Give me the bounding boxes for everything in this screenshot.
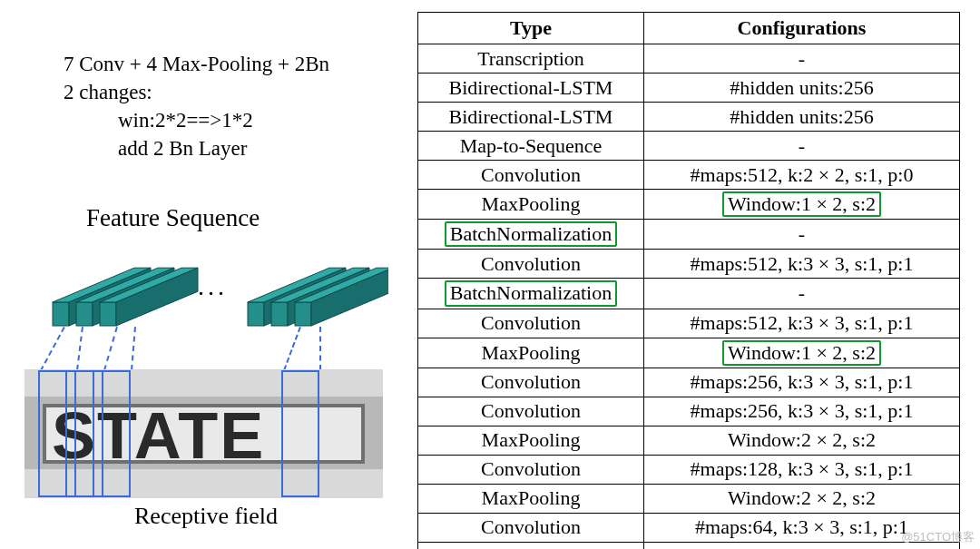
cell-type: Convolution bbox=[418, 368, 644, 397]
cell-type: Convolution bbox=[418, 455, 644, 484]
cell-type: Map-to-Sequence bbox=[418, 132, 644, 161]
table-row: Transcription- bbox=[418, 44, 960, 74]
cell-type: MaxPooling bbox=[418, 190, 644, 220]
table-row: Convolution#maps:64, k:3 × 3, s:1, p:1 bbox=[418, 513, 960, 542]
cell-config: Window:1 × 2, s:2 bbox=[644, 190, 960, 220]
architecture-table: Type Configurations Transcription-Bidire… bbox=[417, 12, 960, 549]
cell-type: Convolution bbox=[418, 309, 644, 338]
notes-line3: win:2*2==>1*2 bbox=[118, 106, 329, 134]
cell-config: #maps:256, k:3 × 3, s:1, p:1 bbox=[644, 368, 960, 397]
table-row: BatchNormalization- bbox=[418, 220, 960, 250]
cell-type: BatchNormalization bbox=[418, 220, 644, 250]
svg-rect-0 bbox=[53, 302, 69, 326]
cell-config: Window:2 × 2, s:2 bbox=[644, 484, 960, 513]
table-header-type: Type bbox=[418, 13, 644, 44]
notes-block: 7 Conv + 4 Max-Pooling + 2Bn 2 changes: … bbox=[64, 50, 329, 162]
ellipsis: ... bbox=[198, 272, 228, 301]
table-row: MaxPoolingWindow:1 × 2, s:2 bbox=[418, 190, 960, 220]
svg-rect-15 bbox=[295, 302, 311, 326]
notes-line4: add 2 Bn Layer bbox=[118, 134, 329, 162]
receptive-box-3 bbox=[93, 370, 131, 497]
cell-config: #maps:512, k:3 × 3, s:1, p:1 bbox=[644, 250, 960, 279]
table-row: MaxPoolingWindow:2 × 2, s:2 bbox=[418, 484, 960, 513]
table-row: Convolution#maps:256, k:3 × 3, s:1, p:1 bbox=[418, 368, 960, 397]
table-row: InputW × 32 gray-scale image bbox=[418, 542, 960, 549]
table-row: BatchNormalization- bbox=[418, 279, 960, 309]
receptive-field-label: Receptive field bbox=[134, 503, 278, 530]
cell-config: - bbox=[644, 132, 960, 161]
table-row: Bidirectional-LSTM#hidden units:256 bbox=[418, 74, 960, 103]
svg-rect-3 bbox=[76, 302, 93, 326]
svg-rect-6 bbox=[100, 302, 116, 326]
cell-type: Convolution bbox=[418, 161, 644, 190]
cell-type: BatchNormalization bbox=[418, 279, 644, 309]
left-column: 7 Conv + 4 Max-Pooling + 2Bn 2 changes: … bbox=[0, 0, 417, 549]
cell-config: #maps:256, k:3 × 3, s:1, p:1 bbox=[644, 397, 960, 426]
cell-type: Bidirectional-LSTM bbox=[418, 103, 644, 132]
table-row: Bidirectional-LSTM#hidden units:256 bbox=[418, 103, 960, 132]
svg-rect-9 bbox=[248, 302, 264, 326]
table-row: Convolution#maps:128, k:3 × 3, s:1, p:1 bbox=[418, 455, 960, 484]
cell-type: Bidirectional-LSTM bbox=[418, 74, 644, 103]
cell-type: Transcription bbox=[418, 44, 644, 74]
cell-config: #hidden units:256 bbox=[644, 74, 960, 103]
cell-config: - bbox=[644, 44, 960, 74]
cell-config: #hidden units:256 bbox=[644, 103, 960, 132]
table-row: Convolution#maps:512, k:3 × 3, s:1, p:1 bbox=[418, 309, 960, 338]
cell-type: Input bbox=[418, 542, 644, 549]
cell-type: Convolution bbox=[418, 397, 644, 426]
receptive-box-4 bbox=[281, 370, 319, 497]
table-row: Convolution#maps:512, k:3 × 3, s:1, p:1 bbox=[418, 250, 960, 279]
cell-config: Window:1 × 2, s:2 bbox=[644, 338, 960, 368]
cell-type: MaxPooling bbox=[418, 484, 644, 513]
cell-type: Convolution bbox=[418, 513, 644, 542]
cell-config: Window:2 × 2, s:2 bbox=[644, 426, 960, 455]
cell-config: #maps:512, k:3 × 3, s:1, p:1 bbox=[644, 309, 960, 338]
feature-sequence-title: Feature Sequence bbox=[86, 204, 260, 232]
cell-config: - bbox=[644, 279, 960, 309]
table-row: Convolution#maps:512, k:2 × 2, s:1, p:0 bbox=[418, 161, 960, 190]
cell-config: - bbox=[644, 220, 960, 250]
table-row: Convolution#maps:256, k:3 × 3, s:1, p:1 bbox=[418, 397, 960, 426]
cell-config: #maps:512, k:2 × 2, s:1, p:0 bbox=[644, 161, 960, 190]
notes-line2: 2 changes: bbox=[64, 78, 329, 106]
svg-rect-12 bbox=[271, 302, 288, 326]
table-header-config: Configurations bbox=[644, 13, 960, 44]
cell-type: MaxPooling bbox=[418, 338, 644, 368]
table-row: MaxPoolingWindow:2 × 2, s:2 bbox=[418, 426, 960, 455]
watermark-text: @51CTO博客 bbox=[901, 529, 975, 545]
cell-config: #maps:128, k:3 × 3, s:1, p:1 bbox=[644, 455, 960, 484]
cell-type: MaxPooling bbox=[418, 426, 644, 455]
notes-line1: 7 Conv + 4 Max-Pooling + 2Bn bbox=[64, 50, 329, 78]
right-column: Type Configurations Transcription-Bidire… bbox=[417, 12, 960, 549]
table-row: MaxPoolingWindow:1 × 2, s:2 bbox=[418, 338, 960, 368]
table-row: Map-to-Sequence- bbox=[418, 132, 960, 161]
cell-type: Convolution bbox=[418, 250, 644, 279]
